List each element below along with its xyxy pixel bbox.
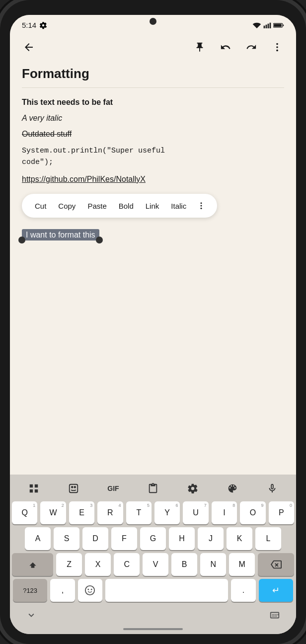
key-u[interactable]: 7U — [183, 501, 208, 524]
key-a[interactable]: A — [25, 527, 51, 550]
keyboard-theme-button[interactable] — [222, 480, 243, 497]
bold-button[interactable]: Bold — [114, 199, 139, 213]
key-r[interactable]: 4R — [97, 501, 123, 524]
selected-text-region: I want to format this — [22, 226, 284, 247]
battery-icon — [273, 22, 284, 28]
key-x[interactable]: X — [85, 553, 111, 576]
back-button[interactable] — [18, 36, 40, 58]
signal-icon — [263, 22, 271, 29]
status-icons — [252, 22, 284, 29]
keyboard-switch-button[interactable] — [265, 608, 284, 624]
keyboard-settings-button[interactable] — [182, 480, 204, 497]
key-backspace[interactable] — [258, 553, 294, 576]
key-special[interactable]: ?123 — [13, 579, 47, 602]
svg-point-11 — [201, 205, 202, 207]
key-h[interactable]: H — [169, 527, 195, 550]
svg-point-21 — [88, 589, 89, 590]
paste-button[interactable]: Paste — [82, 199, 111, 213]
key-period[interactable]: . — [231, 579, 255, 602]
svg-rect-6 — [274, 24, 282, 27]
svg-rect-1 — [266, 24, 267, 28]
key-y[interactable]: 6Y — [154, 501, 180, 524]
wifi-icon — [252, 22, 261, 29]
key-row-1: 1Q 2W 3E 4R 5T 6Y 7U 8I 9O 0P — [12, 501, 294, 524]
keyboard-bottom-nav — [10, 605, 296, 626]
text-selection-toolbar: Cut Copy Paste Bold Link Italic — [22, 194, 217, 218]
top-bar — [10, 32, 296, 62]
redo-button[interactable] — [240, 36, 262, 58]
undo-button[interactable] — [215, 36, 236, 58]
italic-button[interactable]: Italic — [166, 199, 191, 213]
note-content-area[interactable]: Formatting This text needs to be fat A v… — [10, 62, 296, 475]
link-button[interactable]: Link — [141, 199, 164, 213]
note-link[interactable]: https://github.com/PhilKes/NotallyX — [22, 175, 284, 184]
keyboard-area: GIF — [10, 475, 296, 634]
keyboard-collapse-button[interactable] — [22, 608, 41, 624]
keyboard-mic-button[interactable] — [261, 480, 283, 497]
svg-rect-15 — [30, 489, 33, 492]
home-bar — [123, 628, 183, 630]
svg-rect-2 — [268, 23, 269, 28]
phone-screen: 5:14 — [10, 15, 296, 634]
key-b[interactable]: B — [171, 553, 197, 576]
key-z[interactable]: Z — [56, 553, 82, 576]
selected-text: I want to format this — [22, 229, 99, 241]
svg-rect-13 — [30, 484, 33, 487]
key-shift[interactable] — [12, 553, 53, 576]
selection-handle-right — [96, 237, 103, 243]
key-k[interactable]: K — [227, 527, 252, 550]
svg-point-8 — [276, 46, 278, 48]
svg-rect-3 — [270, 22, 271, 28]
key-n[interactable]: N — [200, 553, 226, 576]
copy-button[interactable]: Copy — [53, 199, 80, 213]
key-o[interactable]: 9O — [240, 501, 265, 524]
keyboard-clipboard-button[interactable] — [142, 480, 164, 497]
key-q[interactable]: 1Q — [12, 501, 37, 524]
svg-rect-17 — [70, 484, 78, 493]
svg-point-9 — [276, 50, 278, 52]
key-l[interactable]: L — [255, 527, 281, 550]
svg-point-22 — [91, 589, 92, 590]
selection-handle-left — [18, 237, 25, 243]
keyboard-toolbar: GIF — [10, 478, 296, 501]
keyboard-rows: 1Q 2W 3E 4R 5T 6Y 7U 8I 9O 0P A S D F — [10, 501, 296, 602]
svg-rect-5 — [283, 24, 284, 26]
key-e[interactable]: 3E — [69, 501, 94, 524]
key-c[interactable]: C — [114, 553, 140, 576]
svg-rect-14 — [35, 484, 38, 487]
toolbar-more-button[interactable] — [193, 198, 209, 214]
key-f[interactable]: F — [111, 527, 137, 550]
time-label: 5:14 — [22, 21, 36, 29]
more-options-button[interactable] — [266, 36, 288, 58]
settings-status-icon — [39, 21, 47, 29]
key-d[interactable]: D — [82, 527, 108, 550]
key-j[interactable]: J — [198, 527, 224, 550]
key-s[interactable]: S — [54, 527, 79, 550]
svg-point-20 — [85, 586, 94, 595]
keyboard-sticker-button[interactable] — [63, 480, 84, 497]
key-emoji[interactable] — [78, 579, 102, 602]
svg-point-12 — [201, 208, 202, 209]
key-g[interactable]: G — [140, 527, 166, 550]
key-row-4: ?123 , . ↵ — [12, 579, 294, 602]
key-i[interactable]: 8I — [212, 501, 237, 524]
top-bar-right — [189, 36, 288, 58]
key-row-2: A S D F G H J K L — [12, 527, 294, 550]
note-bold-text: This text needs to be fat — [22, 98, 284, 107]
svg-point-19 — [74, 486, 76, 488]
home-indicator — [10, 626, 296, 634]
keyboard-gif-button[interactable]: GIF — [102, 480, 124, 497]
key-enter[interactable]: ↵ — [259, 579, 293, 602]
keyboard-grid-button[interactable] — [23, 480, 45, 497]
key-w[interactable]: 2W — [40, 501, 66, 524]
cut-button[interactable]: Cut — [30, 199, 51, 213]
key-p[interactable]: 0P — [269, 501, 294, 524]
key-space[interactable] — [105, 579, 228, 602]
key-v[interactable]: V — [143, 553, 168, 576]
key-m[interactable]: M — [229, 553, 255, 576]
camera-notch — [150, 18, 156, 25]
key-comma[interactable]: , — [50, 579, 75, 602]
svg-point-18 — [72, 486, 73, 488]
pin-button[interactable] — [189, 36, 211, 58]
key-t[interactable]: 5T — [126, 501, 152, 524]
